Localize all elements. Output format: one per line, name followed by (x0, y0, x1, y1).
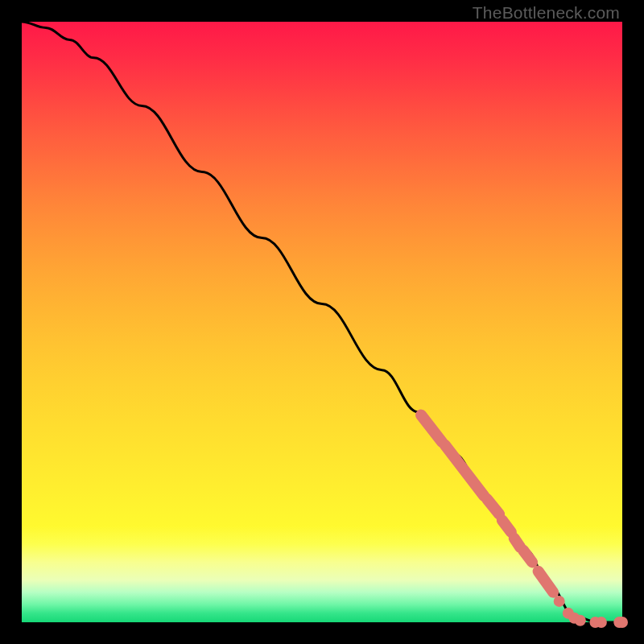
plot-area (22, 22, 622, 622)
highlight-segment (514, 539, 520, 547)
highlight-segment (539, 572, 554, 592)
highlight-segment (502, 520, 511, 532)
highlight-dot (617, 617, 628, 628)
highlight-dot (575, 615, 586, 626)
highlight-dot (554, 596, 565, 607)
highlight-segment (523, 550, 532, 562)
highlight-segment (445, 445, 484, 496)
highlight-dot (596, 617, 607, 628)
chart-stage: TheBottleneck.com (0, 0, 644, 644)
main-curve (22, 22, 622, 622)
highlight-segment (487, 499, 499, 514)
chart-svg (22, 22, 622, 622)
watermark-label: TheBottleneck.com (473, 3, 620, 23)
highlight-segment (421, 415, 442, 443)
